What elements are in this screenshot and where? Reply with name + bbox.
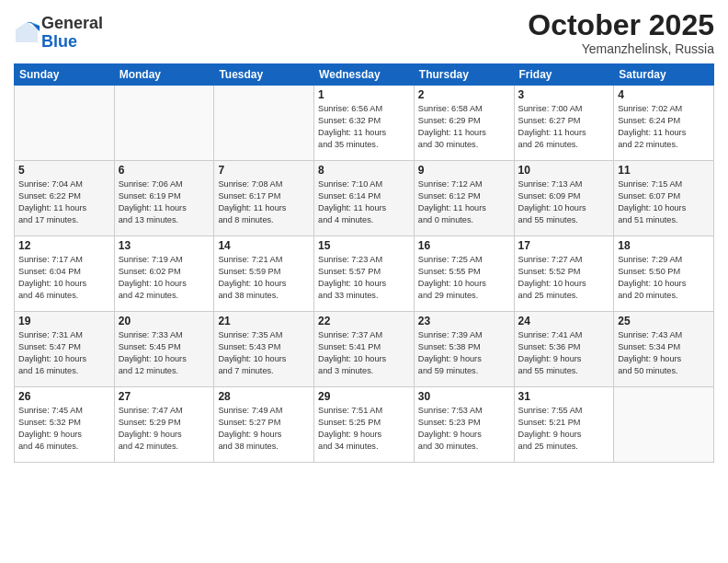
calendar-body: 1Sunrise: 6:56 AM Sunset: 6:32 PM Daylig… [15, 86, 714, 463]
day-number: 20 [119, 315, 210, 327]
header-tuesday: Tuesday [214, 64, 314, 86]
day-info: Sunrise: 7:13 AM Sunset: 6:09 PM Dayligh… [518, 178, 610, 226]
calendar-day-cell: 4Sunrise: 7:02 AM Sunset: 6:24 PM Daylig… [614, 86, 714, 161]
day-info: Sunrise: 7:25 AM Sunset: 5:55 PM Dayligh… [418, 254, 510, 302]
calendar-day-cell [214, 86, 314, 161]
calendar-day-cell: 12Sunrise: 7:17 AM Sunset: 6:04 PM Dayli… [15, 236, 115, 312]
month-title: October 2025 [528, 9, 714, 41]
day-number: 14 [218, 239, 310, 252]
header-thursday: Thursday [414, 64, 514, 86]
calendar-day-cell: 23Sunrise: 7:39 AM Sunset: 5:38 PM Dayli… [414, 312, 514, 387]
day-info: Sunrise: 7:02 AM Sunset: 6:24 PM Dayligh… [618, 103, 710, 151]
day-info: Sunrise: 7:45 AM Sunset: 5:32 PM Dayligh… [18, 405, 110, 453]
day-number: 8 [318, 164, 410, 177]
calendar-day-cell [15, 86, 115, 161]
calendar-day-cell: 25Sunrise: 7:43 AM Sunset: 5:34 PM Dayli… [614, 312, 714, 387]
header-sunday: Sunday [15, 64, 115, 86]
day-number: 23 [418, 315, 510, 327]
logo-blue-text: Blue [41, 32, 77, 51]
day-number: 28 [218, 390, 310, 403]
day-info: Sunrise: 7:00 AM Sunset: 6:27 PM Dayligh… [518, 103, 610, 151]
day-number: 19 [18, 315, 110, 327]
calendar-day-cell: 24Sunrise: 7:41 AM Sunset: 5:36 PM Dayli… [514, 312, 614, 387]
day-info: Sunrise: 7:10 AM Sunset: 6:14 PM Dayligh… [318, 178, 410, 226]
day-info: Sunrise: 6:56 AM Sunset: 6:32 PM Dayligh… [318, 103, 410, 151]
header-monday: Monday [114, 64, 214, 86]
calendar-day-cell: 20Sunrise: 7:33 AM Sunset: 5:45 PM Dayli… [114, 312, 214, 387]
day-number: 10 [518, 164, 610, 177]
calendar-day-cell: 21Sunrise: 7:35 AM Sunset: 5:43 PM Dayli… [214, 312, 314, 387]
logo: General Blue [14, 15, 103, 52]
day-info: Sunrise: 7:08 AM Sunset: 6:17 PM Dayligh… [218, 178, 310, 226]
calendar-day-cell: 28Sunrise: 7:49 AM Sunset: 5:27 PM Dayli… [214, 387, 314, 463]
day-info: Sunrise: 7:51 AM Sunset: 5:25 PM Dayligh… [318, 405, 410, 453]
day-number: 31 [518, 390, 610, 403]
day-info: Sunrise: 7:29 AM Sunset: 5:50 PM Dayligh… [618, 254, 710, 302]
day-number: 5 [18, 164, 110, 177]
day-info: Sunrise: 7:35 AM Sunset: 5:43 PM Dayligh… [218, 329, 310, 377]
day-info: Sunrise: 7:53 AM Sunset: 5:23 PM Dayligh… [418, 405, 510, 453]
day-info: Sunrise: 7:04 AM Sunset: 6:22 PM Dayligh… [18, 178, 110, 226]
calendar-day-cell: 31Sunrise: 7:55 AM Sunset: 5:21 PM Dayli… [514, 387, 614, 463]
day-info: Sunrise: 7:06 AM Sunset: 6:19 PM Dayligh… [119, 178, 210, 226]
day-number: 27 [119, 390, 210, 403]
calendar-day-cell: 6Sunrise: 7:06 AM Sunset: 6:19 PM Daylig… [114, 161, 214, 236]
day-info: Sunrise: 7:12 AM Sunset: 6:12 PM Dayligh… [418, 178, 510, 226]
day-number: 25 [618, 315, 710, 327]
day-number: 26 [18, 390, 110, 403]
calendar-week-row: 26Sunrise: 7:45 AM Sunset: 5:32 PM Dayli… [15, 387, 714, 463]
title-block: October 2025 Yemanzhelinsk, Russia [528, 9, 714, 56]
header-friday: Friday [514, 64, 614, 86]
day-info: Sunrise: 7:27 AM Sunset: 5:52 PM Dayligh… [518, 254, 610, 302]
day-info: Sunrise: 7:37 AM Sunset: 5:41 PM Dayligh… [318, 329, 410, 377]
day-number: 22 [318, 315, 410, 327]
calendar-day-cell: 3Sunrise: 7:00 AM Sunset: 6:27 PM Daylig… [514, 86, 614, 161]
calendar-day-cell: 30Sunrise: 7:53 AM Sunset: 5:23 PM Dayli… [414, 387, 514, 463]
weekday-header-row: Sunday Monday Tuesday Wednesday Thursday… [15, 64, 714, 86]
logo-general-text: General [41, 14, 103, 32]
calendar-day-cell: 11Sunrise: 7:15 AM Sunset: 6:07 PM Dayli… [614, 161, 714, 236]
calendar-day-cell: 29Sunrise: 7:51 AM Sunset: 5:25 PM Dayli… [314, 387, 415, 463]
day-info: Sunrise: 7:19 AM Sunset: 6:02 PM Dayligh… [119, 254, 210, 302]
calendar-day-cell: 7Sunrise: 7:08 AM Sunset: 6:17 PM Daylig… [214, 161, 314, 236]
calendar-day-cell: 14Sunrise: 7:21 AM Sunset: 5:59 PM Dayli… [214, 236, 314, 312]
day-number: 4 [618, 88, 710, 101]
calendar-day-cell [114, 86, 214, 161]
day-number: 2 [418, 88, 510, 101]
calendar-day-cell: 9Sunrise: 7:12 AM Sunset: 6:12 PM Daylig… [414, 161, 514, 236]
day-info: Sunrise: 7:21 AM Sunset: 5:59 PM Dayligh… [218, 254, 310, 302]
day-info: Sunrise: 6:58 AM Sunset: 6:29 PM Dayligh… [418, 103, 510, 151]
logo-text: General Blue [41, 15, 103, 52]
day-info: Sunrise: 7:31 AM Sunset: 5:47 PM Dayligh… [18, 329, 110, 377]
day-info: Sunrise: 7:47 AM Sunset: 5:29 PM Dayligh… [119, 405, 210, 453]
calendar-day-cell: 27Sunrise: 7:47 AM Sunset: 5:29 PM Dayli… [114, 387, 214, 463]
day-number: 18 [618, 239, 710, 252]
day-info: Sunrise: 7:23 AM Sunset: 5:57 PM Dayligh… [318, 254, 410, 302]
day-number: 7 [218, 164, 310, 177]
day-number: 9 [418, 164, 510, 177]
day-number: 16 [418, 239, 510, 252]
day-info: Sunrise: 7:39 AM Sunset: 5:38 PM Dayligh… [418, 329, 510, 377]
day-info: Sunrise: 7:15 AM Sunset: 6:07 PM Dayligh… [618, 178, 710, 226]
calendar-day-cell: 19Sunrise: 7:31 AM Sunset: 5:47 PM Dayli… [15, 312, 115, 387]
day-number: 13 [119, 239, 210, 252]
calendar-day-cell: 16Sunrise: 7:25 AM Sunset: 5:55 PM Dayli… [414, 236, 514, 312]
calendar-day-cell: 2Sunrise: 6:58 AM Sunset: 6:29 PM Daylig… [414, 86, 514, 161]
day-number: 15 [318, 239, 410, 252]
calendar-day-cell: 15Sunrise: 7:23 AM Sunset: 5:57 PM Dayli… [314, 236, 415, 312]
calendar-day-cell: 17Sunrise: 7:27 AM Sunset: 5:52 PM Dayli… [514, 236, 614, 312]
calendar-week-row: 5Sunrise: 7:04 AM Sunset: 6:22 PM Daylig… [15, 161, 714, 236]
day-info: Sunrise: 7:17 AM Sunset: 6:04 PM Dayligh… [18, 254, 110, 302]
day-number: 21 [218, 315, 310, 327]
day-info: Sunrise: 7:43 AM Sunset: 5:34 PM Dayligh… [618, 329, 710, 377]
day-number: 11 [618, 164, 710, 177]
header: General Blue October 2025 Yemanzhelinsk,… [14, 9, 714, 56]
calendar-day-cell: 18Sunrise: 7:29 AM Sunset: 5:50 PM Dayli… [614, 236, 714, 312]
day-info: Sunrise: 7:49 AM Sunset: 5:27 PM Dayligh… [218, 405, 310, 453]
calendar-day-cell: 13Sunrise: 7:19 AM Sunset: 6:02 PM Dayli… [114, 236, 214, 312]
day-number: 6 [119, 164, 210, 177]
day-number: 12 [18, 239, 110, 252]
day-number: 30 [418, 390, 510, 403]
calendar-day-cell: 5Sunrise: 7:04 AM Sunset: 6:22 PM Daylig… [15, 161, 115, 236]
calendar-day-cell: 8Sunrise: 7:10 AM Sunset: 6:14 PM Daylig… [314, 161, 415, 236]
